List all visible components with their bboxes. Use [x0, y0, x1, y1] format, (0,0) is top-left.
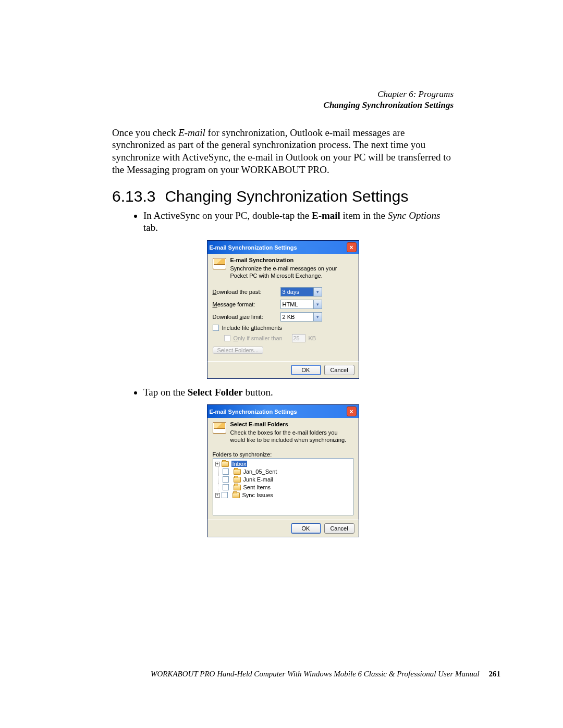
step-1: In ActiveSync on your PC, double-tap the… [143, 209, 454, 235]
message-format-value: HTML [281, 300, 313, 309]
checkbox-icon[interactable] [213, 325, 219, 331]
folders-label: Folders to synchronize: [213, 451, 353, 458]
checkbox-icon[interactable] [223, 484, 229, 490]
page-number: 261 [489, 670, 501, 678]
dialog-titlebar[interactable]: E-mail Synchronization Settings × [207, 241, 359, 254]
checkbox-icon[interactable] [223, 476, 229, 483]
close-icon[interactable]: × [347, 242, 357, 252]
dialog-heading: E-mail Synchronization [230, 257, 353, 263]
chevron-down-icon[interactable]: ▾ [313, 313, 322, 321]
download-past-label: Download the past: [213, 289, 280, 295]
section-heading-text: Changing Synchronization Settings [165, 188, 408, 205]
mail-icon [213, 422, 226, 434]
include-attachments-checkbox[interactable]: Include file attachments [213, 325, 283, 331]
only-smaller-input: KB [292, 334, 316, 342]
only-smaller-checkbox: Only if smaller than [224, 335, 292, 341]
tree-label: Inbox [231, 461, 248, 467]
dialog-heading: Select E-mail Folders [230, 421, 353, 427]
close-icon[interactable]: × [347, 406, 357, 416]
cancel-button[interactable]: Cancel [324, 365, 354, 375]
select-email-folders-dialog: E-mail Synchronization Settings × Select… [207, 404, 359, 537]
checkbox-icon[interactable] [222, 492, 228, 498]
folder-icon [222, 461, 229, 467]
page-footer: WORKABOUT PRO Hand-Held Computer With Wi… [109, 670, 500, 678]
tree-item-junk[interactable]: Junk E-mail [215, 476, 351, 484]
page-header: Chapter 6: Programs Changing Synchroniza… [112, 89, 454, 111]
download-past-value: 3 days [281, 288, 313, 296]
download-size-label: Download size limit: [213, 314, 280, 320]
tree-item-sent[interactable]: Sent Items [215, 484, 351, 491]
expand-icon[interactable]: + [215, 493, 220, 498]
checkbox-icon [224, 335, 230, 341]
tree-item-sync-issues[interactable]: + Sync Issues [215, 491, 351, 499]
checkbox-icon[interactable] [223, 468, 229, 475]
email-sync-settings-dialog: E-mail Synchronization Settings × E-mail… [207, 240, 359, 379]
folder-icon [234, 485, 241, 490]
intro-paragraph: Once you check E-mail for synchronizatio… [112, 127, 454, 176]
section-number: 6.13.3 [112, 188, 155, 205]
chevron-down-icon[interactable]: ▾ [313, 300, 322, 309]
step-2: Tap on the Select Folder button. [143, 386, 454, 399]
tree-label: Junk E-mail [243, 476, 273, 483]
folder-icon [234, 469, 241, 475]
dialog-description: Synchronize the e-mail messages on your … [230, 265, 353, 280]
dialog-title: E-mail Synchronization Settings [210, 409, 297, 415]
tree-item-jan[interactable]: Jan_05_Sent [215, 468, 351, 476]
tree-label: Jan_05_Sent [243, 468, 277, 475]
tree-label: Sent Items [243, 484, 271, 490]
ok-button[interactable]: OK [291, 523, 321, 534]
folders-tree[interactable]: + Inbox Jan_05_Sent Junk E-ma [213, 458, 353, 515]
folder-icon [232, 492, 240, 498]
download-size-value: 2 KB [281, 313, 313, 321]
tree-item-inbox[interactable]: + Inbox [215, 460, 351, 468]
download-size-combo[interactable]: 2 KB ▾ [280, 312, 322, 322]
dialog-description: Check the boxes for the e-mail folders y… [230, 429, 353, 444]
chevron-down-icon[interactable]: ▾ [313, 288, 322, 296]
select-folders-button: Select Folders... [213, 347, 264, 354]
footer-text: WORKABOUT PRO Hand-Held Computer With Wi… [151, 670, 480, 678]
dialog-title: E-mail Synchronization Settings [210, 244, 297, 251]
ok-button[interactable]: OK [291, 365, 321, 375]
cancel-button[interactable]: Cancel [324, 523, 354, 534]
section-heading: 6.13.3Changing Synchronization Settings [112, 188, 454, 205]
folder-icon [234, 477, 241, 483]
message-format-label: Message format: [213, 301, 280, 307]
message-format-combo[interactable]: HTML ▾ [280, 300, 322, 309]
expand-icon[interactable]: + [215, 462, 220, 466]
section-label: Changing Synchronization Settings [324, 100, 454, 110]
download-past-combo[interactable]: 3 days ▾ [280, 287, 322, 297]
dialog-titlebar[interactable]: E-mail Synchronization Settings × [207, 405, 359, 418]
tree-label: Sync Issues [242, 492, 273, 498]
chapter-label: Chapter 6: Programs [377, 89, 454, 99]
mail-icon [213, 258, 226, 269]
